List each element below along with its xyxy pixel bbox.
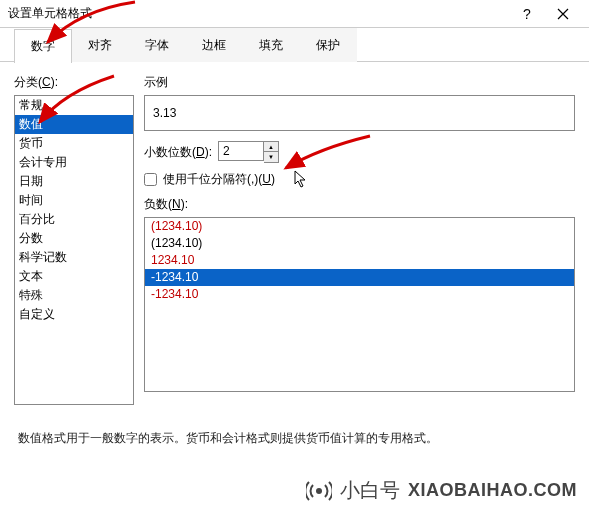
- tab-0[interactable]: 数字: [14, 29, 72, 63]
- close-button[interactable]: [545, 8, 581, 20]
- negative-item[interactable]: 1234.10: [145, 252, 574, 269]
- tab-2[interactable]: 字体: [128, 28, 186, 62]
- dialog-title: 设置单元格格式: [8, 5, 509, 22]
- tab-strip: 数字对齐字体边框填充保护: [0, 28, 589, 62]
- category-item[interactable]: 文本: [15, 267, 133, 286]
- category-item[interactable]: 自定义: [15, 305, 133, 324]
- tab-5[interactable]: 保护: [299, 28, 357, 62]
- description-text: 数值格式用于一般数字的表示。货币和会计格式则提供货币值计算的专用格式。: [18, 430, 571, 447]
- category-item[interactable]: 数值: [15, 115, 133, 134]
- negative-item[interactable]: (1234.10): [145, 235, 574, 252]
- decimals-input[interactable]: [218, 141, 264, 161]
- negative-item[interactable]: -1234.10: [145, 269, 574, 286]
- thousands-checkbox[interactable]: [144, 173, 157, 186]
- negatives-label: 负数(N):: [144, 196, 575, 213]
- category-item[interactable]: 科学记数: [15, 248, 133, 267]
- svg-point-0: [316, 488, 322, 494]
- watermark-cn: 小白号: [340, 477, 400, 504]
- spinner-up[interactable]: ▲: [264, 142, 278, 152]
- category-item[interactable]: 日期: [15, 172, 133, 191]
- broadcast-icon: [306, 478, 332, 504]
- negative-item[interactable]: (1234.10): [145, 218, 574, 235]
- decimals-spinner[interactable]: ▲ ▼: [218, 141, 279, 163]
- tab-1[interactable]: 对齐: [71, 28, 129, 62]
- category-item[interactable]: 分数: [15, 229, 133, 248]
- spinner-down[interactable]: ▼: [264, 152, 278, 162]
- decimals-label: 小数位数(D):: [144, 144, 212, 161]
- help-button[interactable]: ?: [509, 6, 545, 22]
- negative-item[interactable]: -1234.10: [145, 286, 574, 303]
- tab-4[interactable]: 填充: [242, 28, 300, 62]
- watermark-en: XIAOBAIHAO.COM: [408, 480, 577, 501]
- category-item[interactable]: 会计专用: [15, 153, 133, 172]
- category-item[interactable]: 时间: [15, 191, 133, 210]
- watermark: 小白号 XIAOBAIHAO.COM: [306, 477, 577, 504]
- category-item[interactable]: 特殊: [15, 286, 133, 305]
- example-value: 3.13: [144, 95, 575, 131]
- negatives-listbox[interactable]: (1234.10)(1234.10)1234.10-1234.10-1234.1…: [144, 217, 575, 392]
- category-listbox[interactable]: 常规数值货币会计专用日期时间百分比分数科学记数文本特殊自定义: [14, 95, 134, 405]
- category-label: 分类(C):: [14, 74, 134, 91]
- thousands-label: 使用千位分隔符(,)(U): [163, 171, 275, 188]
- category-item[interactable]: 货币: [15, 134, 133, 153]
- tab-3[interactable]: 边框: [185, 28, 243, 62]
- titlebar: 设置单元格格式 ?: [0, 0, 589, 28]
- category-item[interactable]: 百分比: [15, 210, 133, 229]
- example-label: 示例: [144, 74, 575, 91]
- category-item[interactable]: 常规: [15, 96, 133, 115]
